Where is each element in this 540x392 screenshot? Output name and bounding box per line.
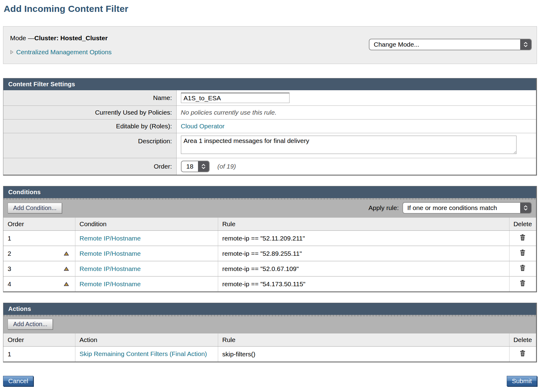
rule-text: remote-ip == "52.89.255.11" xyxy=(222,250,302,257)
mode-box: Mode—Cluster: Hosted_Cluster Change Mode… xyxy=(3,26,537,64)
order-label: Order: xyxy=(3,158,176,175)
table-row: 3 Remote IP/Hostname remote-ip == "52.0.… xyxy=(3,261,536,276)
settings-table: Name: Currently Used by Policies: No pol… xyxy=(3,90,536,175)
sort-up-icon[interactable] xyxy=(64,251,69,256)
actions-toolbar: Add Action... xyxy=(3,315,536,333)
apply-rule-select[interactable]: If one or more conditions match xyxy=(402,202,532,214)
col-order: Order xyxy=(3,333,75,347)
editable-roles-label: Editable by (Roles): xyxy=(3,119,176,133)
trash-icon[interactable] xyxy=(520,249,526,256)
table-row: 1 Skip Remaining Content Filters (Final … xyxy=(3,347,536,362)
page: Add Incoming Content Filter Mode—Cluster… xyxy=(0,0,540,388)
table-row: 4 Remote IP/Hostname remote-ip == "54.17… xyxy=(3,276,536,292)
order-control: 18 (of 19) xyxy=(181,161,529,172)
conditions-header-row: Order Condition Rule Delete xyxy=(3,218,536,231)
policies-value: No policies currently use this rule. xyxy=(181,109,277,116)
name-label: Name: xyxy=(3,90,176,106)
actions-header-row: Order Action Rule Delete xyxy=(3,333,536,347)
rule-text: skip-filters() xyxy=(222,351,256,358)
table-row: 2 Remote IP/Hostname remote-ip == "52.89… xyxy=(3,246,536,261)
trash-icon[interactable] xyxy=(520,280,526,287)
settings-row-editable: Editable by (Roles): Cloud Operator xyxy=(3,119,536,133)
table-row: 1 Remote IP/Hostname remote-ip == "52.11… xyxy=(3,231,536,246)
select-stepper-icon xyxy=(198,161,209,172)
disclosure-triangle-icon[interactable] xyxy=(10,50,13,55)
action-link[interactable]: Skip Remaining Content Filters (Final Ac… xyxy=(80,350,207,358)
conditions-table: Order Condition Rule Delete 1 Remote IP/… xyxy=(3,218,536,291)
settings-row-name: Name: xyxy=(3,90,536,106)
policies-label: Currently Used by Policies: xyxy=(3,106,176,119)
centralized-management-options-link[interactable]: Centralized Management Options xyxy=(16,48,112,56)
spacer xyxy=(3,64,537,78)
actions-header: Actions xyxy=(3,303,536,315)
select-stepper-icon xyxy=(520,203,531,213)
col-condition: Condition xyxy=(75,218,218,231)
description-label: Description: xyxy=(3,133,176,158)
mode-label: Mode xyxy=(10,34,26,41)
condition-link[interactable]: Remote IP/Hostname xyxy=(80,235,141,242)
col-rule: Rule xyxy=(218,218,509,231)
order-total: (of 19) xyxy=(218,163,236,170)
apply-rule-control: Apply rule: If one or more conditions ma… xyxy=(369,202,532,214)
order-select[interactable]: 18 xyxy=(181,161,210,172)
settings-row-policies: Currently Used by Policies: No policies … xyxy=(3,106,536,119)
rule-text: remote-ip == "54.173.50.115" xyxy=(222,280,306,287)
row-order: 2 xyxy=(8,250,11,257)
condition-link[interactable]: Remote IP/Hostname xyxy=(80,265,141,272)
condition-link[interactable]: Remote IP/Hostname xyxy=(80,280,141,287)
page-title: Add Incoming Content Filter xyxy=(4,4,537,14)
change-mode-selected-value: Change Mode... xyxy=(369,39,520,50)
conditions-toolbar: Add Condition... Apply rule: If one or m… xyxy=(3,198,536,218)
trash-icon[interactable] xyxy=(520,265,526,271)
select-stepper-icon xyxy=(520,39,531,50)
rule-text: remote-ip == "52.11.209.211" xyxy=(222,235,305,242)
trash-icon[interactable] xyxy=(520,234,526,241)
col-delete: Delete xyxy=(509,333,536,347)
row-order: 3 xyxy=(8,265,11,272)
rule-text: remote-ip == "52.0.67.109" xyxy=(222,265,299,272)
name-input[interactable] xyxy=(181,93,290,103)
conditions-section: Conditions Add Condition... Apply rule: … xyxy=(3,186,537,292)
content-filter-settings-section: Content Filter Settings Name: Currently … xyxy=(3,78,537,176)
col-delete: Delete xyxy=(509,218,536,231)
row-order: 1 xyxy=(8,235,11,242)
submit-button[interactable]: Submit xyxy=(507,376,537,386)
conditions-header: Conditions xyxy=(3,186,536,198)
actions-table: Order Action Rule Delete 1 Skip Remainin… xyxy=(3,333,536,362)
row-order: 1 xyxy=(8,351,11,358)
add-action-button[interactable]: Add Action... xyxy=(8,319,53,330)
sort-up-icon[interactable] xyxy=(64,267,69,271)
footer: Cancel Submit xyxy=(3,376,537,388)
cloud-operator-link[interactable]: Cloud Operator xyxy=(181,123,225,130)
description-textarea[interactable]: Area 1 inspected messages for final deli… xyxy=(181,136,517,154)
actions-section: Actions Add Action... Order Action Rule … xyxy=(3,303,537,362)
apply-rule-selected-value: If one or more conditions match xyxy=(403,203,520,213)
condition-link[interactable]: Remote IP/Hostname xyxy=(80,250,141,257)
apply-rule-label: Apply rule: xyxy=(369,204,399,212)
col-order: Order xyxy=(3,218,75,231)
cancel-button[interactable]: Cancel xyxy=(3,376,33,386)
mode-value: Cluster: Hosted_Cluster xyxy=(34,34,108,41)
settings-row-order: Order: 18 (of 19) xyxy=(3,158,536,175)
content-filter-settings-header: Content Filter Settings xyxy=(3,78,536,90)
row-order: 4 xyxy=(8,280,11,287)
change-mode-select[interactable]: Change Mode... xyxy=(369,39,532,50)
trash-icon[interactable] xyxy=(520,350,526,357)
order-selected-value: 18 xyxy=(182,161,198,172)
col-action: Action xyxy=(75,333,218,347)
settings-row-description: Description: Area 1 inspected messages f… xyxy=(3,133,536,158)
add-condition-button[interactable]: Add Condition... xyxy=(8,203,62,213)
sort-up-icon[interactable] xyxy=(64,282,69,286)
mode-dash: — xyxy=(28,34,34,41)
col-rule: Rule xyxy=(218,333,509,347)
